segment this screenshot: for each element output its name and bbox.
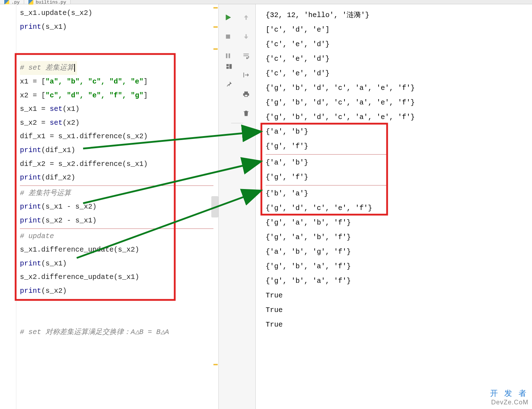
output-line: {'g', 'd', 'c', 'e', 'f'} [266, 201, 526, 215]
code-comment: # set 差集运算 [20, 64, 75, 72]
layout-icon[interactable] [224, 61, 234, 72]
console-output[interactable]: {32, 12, 'hello', '涟漪'}['c', 'd', 'e']{'… [256, 4, 532, 409]
output-line: {'g', 'f'} [266, 139, 526, 154]
svg-rect-0 [226, 34, 230, 39]
watermark: 开 发 者 DevZe.CoM [490, 388, 528, 406]
step-icon[interactable] [241, 70, 251, 80]
change-marker [213, 26, 218, 28]
code-str: "a", "b", "c", "d", "e" [45, 77, 143, 86]
svg-rect-5 [229, 64, 232, 69]
output-line: True [266, 303, 526, 317]
output-line: {'g', 'b', 'd', 'c', 'a', 'e', 'f'} [266, 81, 526, 95]
output-line: {'a', 'b'} [266, 155, 526, 170]
svg-rect-3 [227, 64, 229, 66]
run-tool-window [219, 4, 256, 409]
svg-rect-2 [228, 53, 230, 58]
code-line: dif_x1 = s_x1.difference(s_x2) [20, 130, 213, 144]
stop-button[interactable] [223, 31, 233, 42]
code-comment: # 差集符号运算 [20, 189, 71, 197]
output-line: {'g', 'b', 'd', 'c', 'a', 'e', 'f'} [266, 95, 526, 110]
arrow-up-icon[interactable] [241, 12, 251, 23]
print-icon[interactable] [241, 89, 251, 99]
editor-tab-1[interactable]: .py [0, 0, 24, 4]
output-line: {'g', 'f'} [266, 170, 526, 184]
output-line: {'a', 'b', 'g', 'f'} [266, 244, 526, 259]
output-line: {'b', 'a'} [266, 186, 526, 201]
wrap-icon[interactable] [241, 50, 251, 61]
change-marker [213, 7, 218, 9]
output-line: {'c', 'e', 'd'} [266, 52, 526, 66]
code-seg: x1 = [ [20, 77, 45, 86]
output-line: {'g', 'a', 'b', 'f'} [266, 215, 526, 230]
output-line: {'g', 'b', 'a', 'f'} [266, 274, 526, 288]
output-line: True [266, 317, 526, 332]
output-line: ['c', 'd', 'e'] [266, 22, 526, 37]
watermark-en: DevZe.CoM [490, 399, 528, 406]
pin-icon[interactable] [224, 79, 234, 90]
output-line: {'g', 'a', 'b', 'f'} [266, 230, 526, 244]
output-line: {'c', 'e', 'd'} [266, 66, 526, 81]
output-line: {'g', 'b', 'a', 'f'} [266, 259, 526, 274]
pause-button[interactable] [223, 50, 233, 61]
output-line: True [266, 288, 526, 303]
output-line: {'a', 'b'} [266, 124, 526, 139]
code-comment: # set 对称差集运算满足交换律：A△B = B△A [20, 328, 169, 336]
code-content: s_x1.update(s_x2) print(s_x1) # set 差集运算… [20, 6, 213, 409]
tab-bar: .py builtins.py [0, 0, 532, 4]
watermark-cn: 开 发 者 [490, 388, 528, 399]
change-marker [213, 48, 218, 50]
trash-icon[interactable] [241, 108, 251, 119]
output-line: {'g', 'b', 'd', 'c', 'a', 'e', 'f'} [266, 110, 526, 124]
change-marker [213, 364, 218, 365]
arrow-down-icon[interactable] [241, 31, 251, 42]
svg-rect-4 [227, 67, 229, 69]
output-line: {'c', 'e', 'd'} [266, 37, 526, 52]
code-line: s_x1.update(s_x2) [20, 9, 92, 17]
output-line: {32, 12, 'hello', '涟漪'} [266, 8, 526, 22]
code-editor[interactable]: s_x1.update(s_x2) print(s_x1) # set 差集运算… [0, 4, 219, 409]
code-comment: # update [20, 232, 54, 240]
editor-tab-2[interactable]: builtins.py [24, 0, 71, 4]
editor-gutter [0, 4, 16, 409]
run-button[interactable] [223, 12, 233, 23]
svg-rect-1 [226, 53, 227, 58]
